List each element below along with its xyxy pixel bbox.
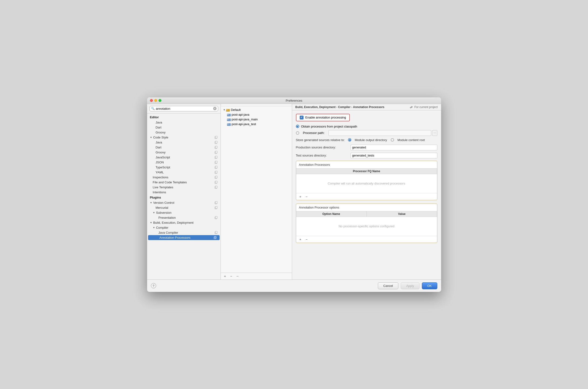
copy-icon-yaml [214,170,218,174]
copy-icon-ts [214,165,218,169]
browse-button[interactable]: ⋯ [432,130,437,136]
sidebar-item-live-templates[interactable]: Live Templates [147,185,221,190]
sidebar-item-typescript-codestyle[interactable]: TypeScript [147,165,221,170]
module-output-option[interactable]: Module output directory [348,138,387,142]
sidebar-item-compiler[interactable]: ▼ Compiler [147,225,221,230]
middle-toolbar [221,104,292,106]
sidebar-item-java-compiler[interactable]: Java Compiler [147,230,221,235]
svg-rect-5 [215,146,217,148]
sidebar-item-dart-codestyle[interactable]: Dart [147,145,221,150]
middle-panel: ▼ Default post-api-java post-api-java_ma… [221,104,292,280]
tree-arrow-default: ▼ [223,108,226,111]
folder-icon-default [226,108,230,112]
svg-rect-17 [215,176,217,178]
folder-icon-post-api-java [227,113,231,117]
copy-icon-js [214,156,218,159]
module-output-label: Module output directory [355,138,387,142]
sidebar-item-build-exec-deploy[interactable]: ▼ Build, Execution, Deployment [147,220,221,225]
sidebar-item-groovy-editor[interactable]: Groovy [147,130,221,135]
bottom-bar: ? Cancel Apply OK [147,280,441,292]
sidebar-item-java-codestyle[interactable]: Java [147,140,221,145]
sidebar-item-code-style[interactable]: ▼ Code Style [147,135,221,140]
add-profile-button[interactable]: + [223,274,227,279]
tree-item-post-api-java-main[interactable]: post-api-java_main [222,117,290,122]
preferences-window: Preferences 🔍 ✕ Editor Java Dart [147,97,441,292]
module-output-radio[interactable] [348,138,351,142]
tree-item-post-api-java[interactable]: post-api-java [222,112,290,117]
collapse-arrow-vc: ▼ [150,201,152,204]
remove-option-button[interactable]: − [304,237,309,242]
svg-rect-31 [214,236,216,238]
sidebar-item-json-codestyle[interactable]: JSON [147,160,221,165]
enable-processing-container: Enable annotation processing [296,114,350,121]
link-icon [410,106,413,109]
enable-processing-checkbox[interactable] [300,116,304,120]
tree-item-post-api-java-test[interactable]: post-api-java_test [222,122,290,127]
search-wrapper: 🔍 ✕ [149,106,218,111]
search-input[interactable] [156,107,213,110]
apply-button[interactable]: Apply [401,282,419,289]
search-icon: 🔍 [151,107,155,110]
ok-button[interactable]: OK [422,282,437,289]
svg-rect-33 [226,109,228,110]
sidebar-section-plugins: Plugins [147,195,221,200]
obtain-processors-radio[interactable] [296,125,299,128]
right-content: Enable annotation processing Obtain proc… [292,110,441,280]
sidebar-item-java-editor[interactable]: Java [147,120,221,125]
sidebar-item-yaml-codestyle[interactable]: YAML [147,170,221,175]
navigate-button[interactable]: → [235,274,240,279]
store-radio-group: Module output directory Module content r… [348,138,425,142]
obtain-processors-label: Obtain processors from project classpath [301,125,357,128]
sidebar-item-annotation-processors[interactable]: Annotation Processors [148,235,220,240]
production-sources-label: Production sources directory: [296,146,350,149]
sidebar-item-dart-editor[interactable]: Dart [147,125,221,130]
options-table-header: Option Name Value [296,211,437,217]
copy-icon-json [214,161,218,164]
svg-rect-1 [215,136,217,138]
obtain-processors-row: Obtain processors from project classpath [296,125,437,128]
search-clear-button[interactable]: ✕ [213,107,216,110]
minimize-button[interactable] [154,99,157,102]
copy-icon-presentation [214,216,218,219]
sidebar-item-version-control[interactable]: ▼ Version Control [147,200,221,205]
remove-processor-button[interactable]: − [304,194,309,199]
close-button[interactable] [150,99,153,102]
svg-rect-41 [412,106,412,107]
copy-icon-code-style [214,136,218,139]
for-current-project-link[interactable]: For current project [410,105,438,109]
module-content-option[interactable]: Module content root [391,138,425,142]
options-table-body: No processor-specific options configured [296,217,437,236]
sidebar-item-intentions[interactable]: Intentions [147,190,221,195]
svg-rect-13 [215,166,217,168]
annotation-processors-table-header: Processor FQ Name [296,168,437,174]
processor-path-radio[interactable] [296,131,299,135]
production-sources-input[interactable] [350,145,437,150]
svg-rect-9 [215,156,217,158]
sidebar-item-mercurial[interactable]: Mercurial [147,205,221,210]
processor-fq-name-header: Processor FQ Name [296,169,437,174]
sidebar-item-inspections[interactable]: Inspections [147,175,221,180]
options-footer: + − [296,236,437,243]
option-name-header: Option Name [296,211,367,217]
add-processor-button[interactable]: + [298,194,303,199]
cancel-button[interactable]: Cancel [378,282,398,289]
sidebar-item-subversion[interactable]: ▼ Subversion [147,210,221,215]
annotation-processors-table-body: Compiler will run all automatically disc… [296,174,437,193]
middle-footer: + − → [221,273,292,280]
maximize-button[interactable] [159,99,161,102]
add-option-button[interactable]: + [298,237,303,242]
help-button[interactable]: ? [151,283,156,288]
copy-icon-java-compiler [214,231,218,234]
sidebar-item-javascript-codestyle[interactable]: JavaScript [147,155,221,160]
tree-item-default[interactable]: ▼ Default [222,108,290,112]
value-header: Value [367,211,437,217]
sidebar-item-presentation[interactable]: Presentation [147,215,221,220]
test-sources-input[interactable] [350,153,437,158]
processor-path-input[interactable] [328,130,431,136]
svg-rect-35 [227,114,229,115]
svg-rect-15 [215,171,217,173]
sidebar-item-groovy-codestyle[interactable]: Groovy [147,150,221,155]
remove-profile-button[interactable]: − [229,274,234,279]
sidebar-item-file-code-templates[interactable]: File and Code Templates [147,180,221,185]
module-content-radio[interactable] [391,138,394,142]
